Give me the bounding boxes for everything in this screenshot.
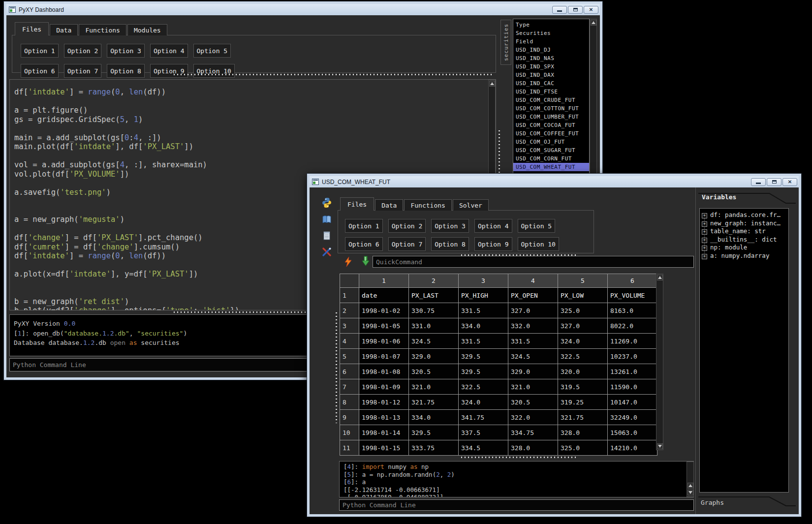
table-cell[interactable]: 321.0 [508,379,558,395]
table-cell[interactable]: 32249.0 [608,410,657,425]
table-cell[interactable]: 322.0 [508,410,558,425]
table-col-header[interactable]: 1 [359,274,409,288]
table-cell[interactable]: 331.5 [459,303,508,318]
securities-list-item[interactable]: USD_COM_COTTON_FUT [513,104,589,113]
table-cell[interactable]: 334.75 [508,425,558,440]
table-row-header[interactable]: 3 [340,318,359,334]
tab-modules[interactable]: Modules [127,24,167,35]
table-cell[interactable]: 337.5 [459,425,508,440]
option-button-4[interactable]: Option 4 [474,219,512,233]
table-cell[interactable]: 328.0 [558,425,608,440]
table-cell[interactable]: 1998-01-13 [359,410,409,425]
securities-list-item[interactable]: USD_COM_COFFEE_FUT [513,129,589,138]
variable-tree-item[interactable]: +new_graph: instanc… [700,219,788,228]
table-row-header[interactable]: 7 [340,379,359,395]
table-cell[interactable]: 329.5 [459,349,508,364]
table-cell[interactable]: 331.5 [459,334,508,349]
download-icon[interactable] [360,255,371,267]
table-cell[interactable]: 334.5 [459,440,508,456]
table-cell[interactable]: 1998-01-02 [359,303,409,318]
table-cell[interactable]: 1998-01-07 [359,349,409,364]
maximize-button[interactable] [568,6,583,14]
variable-tree-item[interactable]: +__builtins__: dict [700,236,788,244]
titlebar[interactable]: USD_COM_WHEAT_FUT ✕ [310,176,799,187]
table-cell[interactable]: 334.0 [459,318,508,334]
option-button-1[interactable]: Option 1 [345,219,383,233]
table-scrollbar[interactable] [656,274,663,450]
table-cell[interactable]: 15063.0 [608,425,657,440]
table-cell[interactable]: 320.5 [409,364,459,379]
table-cell[interactable]: 334.0 [409,410,459,425]
securities-list-item[interactable]: USD_COM_COCOA_FUT [513,121,589,129]
book-icon[interactable] [321,214,332,225]
close-button[interactable]: ✕ [584,6,598,14]
variable-tree-item[interactable]: +table_name: str [700,227,788,236]
table-col-header[interactable]: 4 [508,274,558,288]
table-col-header[interactable]: 5 [558,274,608,288]
securities-side-tab[interactable]: securities [500,20,511,65]
table-cell[interactable]: 325.0 [558,303,608,318]
table-cell[interactable]: PX_VOLUME [608,288,657,303]
tree-expander-icon[interactable]: + [702,238,707,243]
option-button-7[interactable]: Option 7 [388,237,426,251]
tab-files[interactable]: Files [340,197,374,211]
tab-functions[interactable]: Functions [79,24,126,35]
table-row-header[interactable]: 6 [340,364,359,379]
option-button-7[interactable]: Option 7 [64,64,102,78]
tab-data[interactable]: Data [375,199,403,211]
table-cell[interactable]: 1998-01-15 [359,440,409,456]
scroll-up-button[interactable] [489,81,495,87]
securities-list-item[interactable]: USD_COM_LUMBER_FUT [513,113,589,121]
table-row-header[interactable]: 9 [340,410,359,425]
console-output[interactable]: [4]: import numpy as np[5]: a = np.rando… [339,461,694,497]
securities-list-item[interactable]: Type [513,21,589,29]
securities-list-item[interactable]: USD_COM_CORN_FUT [513,154,589,163]
option-button-2[interactable]: Option 2 [64,44,102,58]
option-button-6[interactable]: Option 6 [345,237,383,251]
option-button-6[interactable]: Option 6 [21,64,59,78]
table-row-header[interactable]: 8 [340,395,359,410]
variable-tree-item[interactable]: +df: pandas.core.fr… [700,211,788,219]
table-cell[interactable]: date [359,288,409,303]
table-cell[interactable]: 329.0 [409,349,459,364]
tree-expander-icon[interactable]: + [702,229,707,235]
table-cell[interactable]: 324.0 [459,395,508,410]
option-button-8[interactable]: Option 8 [107,64,145,78]
table-cell[interactable]: 319.5 [558,379,608,395]
tab-solver[interactable]: Solver [453,199,489,211]
scroll-down-button[interactable] [687,490,693,495]
option-button-9[interactable]: Option 9 [474,237,512,251]
scroll-down-button[interactable] [657,443,663,449]
table-corner-cell[interactable] [340,274,359,288]
table-cell[interactable]: 322.5 [459,379,508,395]
securities-list-item[interactable]: USD_IND_NAS [513,54,589,62]
scroll-up-button[interactable] [591,20,596,26]
securities-list-item[interactable]: Field [513,37,589,46]
splitter-handle[interactable] [461,457,577,458]
table-cell[interactable]: 1998-01-06 [359,334,409,349]
python-icon[interactable] [321,197,332,208]
table-cell[interactable]: 10237.0 [608,349,657,364]
option-button-9[interactable]: Option 9 [150,64,188,78]
option-button-5[interactable]: Option 5 [518,219,556,233]
option-button-10[interactable]: Option 10 [193,64,235,78]
table-cell[interactable]: 329.5 [459,364,508,379]
python-command-line-input[interactable] [339,499,694,511]
scroll-up-button[interactable] [657,275,663,280]
table-row-header[interactable]: 4 [340,334,359,349]
option-button-8[interactable]: Option 8 [431,237,469,251]
minimize-button[interactable] [751,178,766,186]
table-cell[interactable]: 324.5 [409,334,459,349]
option-button-3[interactable]: Option 3 [107,44,145,58]
option-button-4[interactable]: Option 4 [150,44,188,58]
titlebar[interactable]: PyXY Dashboard ✕ [6,4,600,15]
table-cell[interactable]: 329.5 [409,425,459,440]
table-cell[interactable]: PX_LAST [409,288,459,303]
table-cell[interactable]: 328.0 [508,440,558,456]
table-cell[interactable]: 8163.0 [608,303,657,318]
option-button-5[interactable]: Option 5 [193,44,231,58]
table-cell[interactable]: 327.0 [508,303,558,318]
table-cell[interactable]: 329.0 [508,364,558,379]
tree-expander-icon[interactable]: + [702,213,707,218]
splitter-handle[interactable] [499,130,500,173]
